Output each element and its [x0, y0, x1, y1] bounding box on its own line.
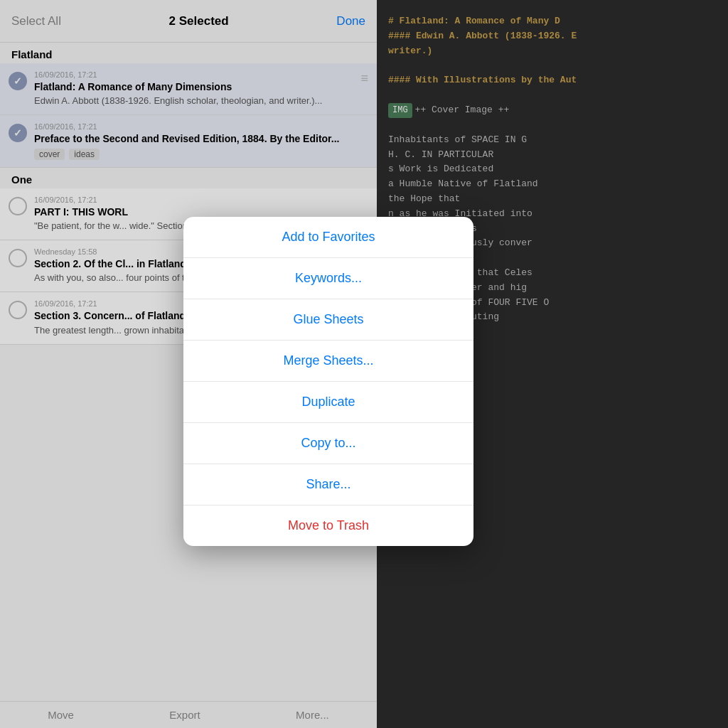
check-circle-3[interactable]	[9, 197, 27, 215]
editor-line	[388, 118, 717, 133]
more-button[interactable]: More...	[296, 709, 329, 721]
editor-line	[388, 58, 717, 73]
editor-line: #### Edwin A. Abbott (1838-1926. E	[388, 29, 717, 44]
editor-line	[388, 88, 717, 103]
context-menu-copy-to[interactable]: Copy to...	[183, 423, 473, 464]
editor-line: a Humble Native of Flatland	[388, 177, 717, 192]
item-menu-icon-1[interactable]: ≡	[360, 72, 368, 85]
export-button[interactable]: Export	[169, 709, 200, 721]
selected-count: 2 Selected	[169, 14, 229, 28]
check-circle-1[interactable]	[9, 72, 27, 90]
editor-line: the Hope that	[388, 192, 717, 207]
list-item[interactable]: 16/09/2016, 17:21 Flatland: A Romance of…	[0, 63, 377, 115]
tag-cover: cover	[34, 149, 65, 160]
item-date-1: 16/09/2016, 17:21	[34, 70, 356, 79]
editor-line: Inhabitants of SPACE IN G	[388, 133, 717, 148]
context-menu-keywords[interactable]: Keywords...	[183, 258, 473, 299]
item-date-3: 16/09/2016, 17:21	[34, 196, 368, 204]
check-circle-5[interactable]	[9, 301, 27, 319]
done-button[interactable]: Done	[336, 14, 365, 28]
section-label-one: One	[0, 168, 377, 188]
editor-line: writer.)	[388, 44, 717, 59]
context-menu-move-to-trash[interactable]: Move to Trash	[183, 505, 473, 546]
check-circle-4[interactable]	[9, 249, 27, 267]
editor-line: # Flatland: A Romance of Many D	[388, 14, 717, 29]
list-item[interactable]: 16/09/2016, 17:21 Preface to the Second …	[0, 115, 377, 167]
item-content-2: 16/09/2016, 17:21 Preface to the Second …	[34, 122, 368, 159]
move-button[interactable]: Move	[48, 709, 74, 721]
list-header: Select All 2 Selected Done	[0, 0, 377, 43]
item-content-1: 16/09/2016, 17:21 Flatland: A Romance of…	[34, 70, 356, 107]
editor-line: #### With Illustrations by the Aut	[388, 73, 717, 88]
editor-line: H. C. IN PARTICULAR	[388, 148, 717, 163]
list-toolbar: Move Export More...	[0, 701, 377, 728]
item-title-1: Flatland: A Romance of Many Dimensions	[34, 80, 356, 93]
context-menu-share[interactable]: Share...	[183, 464, 473, 505]
select-all-button[interactable]: Select All	[11, 14, 61, 28]
item-body-1: Edwin A. Abbott (1838-1926. English scho…	[34, 95, 356, 107]
section-label-flatland: Flatland	[0, 43, 377, 63]
context-menu-duplicate[interactable]: Duplicate	[183, 382, 473, 423]
editor-line: s Work is Dedicated	[388, 162, 717, 177]
item-title-2: Preface to the Second and Revised Editio…	[34, 132, 368, 145]
context-menu-glue-sheets[interactable]: Glue Sheets	[183, 299, 473, 341]
check-circle-2[interactable]	[9, 124, 27, 142]
context-menu-merge-sheets[interactable]: Merge Sheets...	[183, 341, 473, 382]
item-tags-2: cover ideas	[34, 149, 368, 160]
context-menu-add-favorites[interactable]: Add to Favorites	[183, 217, 473, 258]
editor-line: IMG ++ Cover Image ++	[388, 103, 717, 118]
tag-ideas: ideas	[69, 149, 100, 160]
context-menu: Add to Favorites Keywords... Glue Sheets…	[183, 217, 473, 546]
item-date-2: 16/09/2016, 17:21	[34, 122, 368, 131]
